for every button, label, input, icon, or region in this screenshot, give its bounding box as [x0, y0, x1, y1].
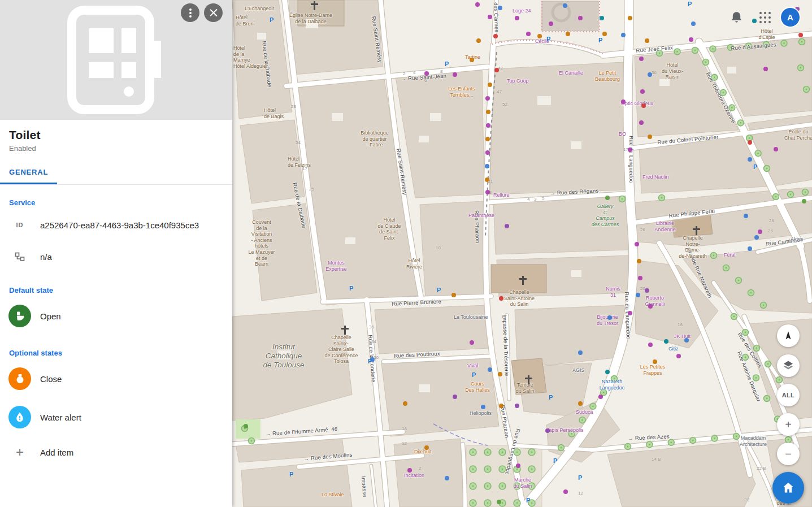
- id-icon: ID: [8, 217, 31, 233]
- tab-general[interactable]: GENERAL: [0, 161, 57, 184]
- zoom-in-button[interactable]: +: [777, 413, 800, 436]
- panel-title: Toilet: [9, 128, 223, 142]
- all-filter-button[interactable]: ALL: [777, 384, 800, 406]
- map-canvas: [232, 0, 812, 507]
- close-icon: [209, 8, 218, 17]
- open-state-icon: [8, 305, 31, 327]
- service-group-value: n/a: [40, 252, 52, 262]
- state-open-row[interactable]: Open: [0, 297, 232, 335]
- apps-grid-icon[interactable]: [759, 12, 771, 23]
- detail-panel: Toilet Enabled GENERAL Service ID a25264…: [0, 0, 232, 507]
- tree-icon: [8, 249, 31, 265]
- toilet-service-icon: [63, 6, 170, 114]
- home-button[interactable]: [772, 472, 804, 504]
- add-item-label: Add item: [40, 448, 73, 457]
- water-alert-label: Water alert: [40, 413, 81, 422]
- more-options-button[interactable]: [181, 3, 199, 22]
- state-water-alert-row[interactable]: Water alert: [0, 398, 232, 436]
- avatar[interactable]: A: [781, 8, 800, 27]
- section-optional-states: Optional states: [0, 335, 232, 359]
- water-alert-icon: [8, 406, 31, 428]
- map[interactable]: Rue Saint-RémésyRue Saint-Rémésy→ Rue Sa…: [232, 0, 812, 507]
- tabbar: GENERAL: [0, 161, 232, 185]
- close-button[interactable]: [204, 3, 223, 22]
- notifications-bell-icon[interactable]: [730, 11, 743, 27]
- vertical-dots-icon: [189, 12, 192, 14]
- add-item-row[interactable]: + Add item: [0, 436, 232, 468]
- section-default-state: Default state: [0, 272, 232, 297]
- zoom-out-button[interactable]: −: [777, 443, 800, 465]
- panel-status: Enabled: [9, 144, 223, 153]
- close-state-icon: [8, 367, 31, 390]
- open-state-label: Open: [40, 311, 61, 321]
- layers-button[interactable]: [777, 354, 800, 377]
- service-id-value: a2526470-ea87-4463-9a3b-1ce40f935ce3: [40, 220, 199, 230]
- close-state-label: Close: [40, 374, 62, 384]
- panel-header: [0, 0, 232, 120]
- state-close-row[interactable]: Close: [0, 359, 232, 398]
- section-service: Service: [0, 185, 232, 209]
- compass-button[interactable]: [777, 324, 800, 347]
- plus-icon: +: [8, 444, 31, 460]
- service-group-row: n/a: [0, 241, 232, 272]
- service-id-row: ID a2526470-ea87-4463-9a3b-1ce40f935ce3: [0, 209, 232, 241]
